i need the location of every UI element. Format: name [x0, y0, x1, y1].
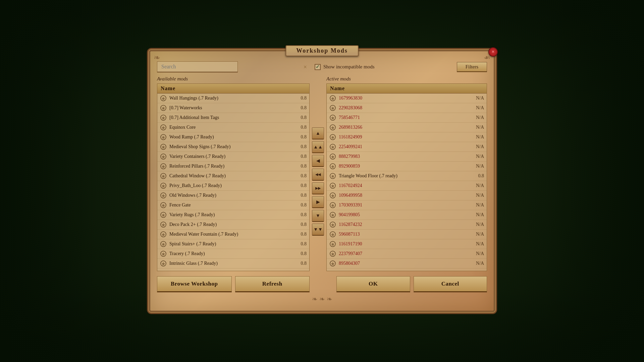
incompatible-checkbox-wrapper: ✓ Show incompatible mods: [315, 64, 375, 70]
item-version: N/A: [476, 144, 484, 149]
show-incompatible-checkbox[interactable]: ✓: [315, 64, 321, 70]
item-name: Intrinsic Glass (.7 Ready): [169, 261, 299, 266]
item-name: 1167024924: [339, 183, 474, 188]
list-item[interactable]: Variety Rugs (.7 Ready) 0.8: [157, 210, 309, 220]
item-name: 895804307: [339, 261, 474, 266]
move-all-right-button[interactable]: ▶▶: [312, 182, 324, 194]
active-mods-list-container: Name 1679963830 N/A 2290283068 N/A: [326, 83, 487, 271]
move-down-fast-button[interactable]: ▼▼: [312, 224, 324, 236]
list-item[interactable]: 1161917190 N/A: [327, 239, 487, 249]
list-item[interactable]: 2237997407 N/A: [327, 249, 487, 259]
top-controls: × ✓ Show incompatible mods Filters: [157, 61, 487, 72]
steam-icon: [160, 153, 167, 160]
search-clear-icon[interactable]: ×: [304, 63, 307, 70]
item-name: 1679963830: [339, 96, 474, 101]
active-mods-list[interactable]: 1679963830 N/A 2290283068 N/A 758546771 …: [327, 94, 487, 269]
move-up-button[interactable]: ▲: [312, 127, 324, 139]
list-item[interactable]: Archway Intersections (.7 Ready) 0.8: [157, 268, 309, 269]
available-mods-header: Name: [157, 84, 309, 94]
list-item[interactable]: Triangle Wood Floor (.7 ready) 0.8: [327, 171, 487, 181]
list-item[interactable]: 1167024924 N/A: [327, 181, 487, 191]
steam-icon: [160, 231, 167, 238]
item-version: 0.8: [301, 125, 307, 130]
item-name: 1096499958: [339, 193, 474, 198]
list-item[interactable]: 2689813266 N/A: [327, 123, 487, 132]
steam-icon: [329, 192, 336, 199]
list-item[interactable]: 2254099241 N/A: [327, 142, 487, 152]
active-mods-label-wrapper: Active mods: [326, 76, 487, 82]
list-item[interactable]: Reinforced Pillars (.7 Ready) 0.8: [157, 162, 309, 171]
available-mods-list-container: Name Wall Hangings (.7 Ready) 0.8 [0.7] …: [157, 83, 310, 271]
list-item[interactable]: Medieval Water Fountain (.7 Ready) 0.8: [157, 230, 309, 239]
item-version: N/A: [476, 105, 484, 111]
list-item[interactable]: Fence Gate 0.8: [157, 200, 309, 210]
item-name: 1162874232: [339, 222, 474, 227]
steam-icon: [329, 153, 336, 160]
available-mods-list[interactable]: Wall Hangings (.7 Ready) 0.8 [0.7] Water…: [157, 94, 309, 269]
item-name: Spiral Stairs+ (.7 Ready): [169, 241, 299, 247]
steam-icon: [329, 212, 336, 218]
list-item[interactable]: Medieval Shop Signs (.7 Ready) 0.8: [157, 142, 309, 152]
list-item[interactable]: Equinox Core 0.8: [157, 123, 309, 132]
list-item[interactable]: 904199805 N/A: [327, 210, 487, 220]
item-name: 2290283068: [339, 105, 474, 111]
list-item[interactable]: 895804307 N/A: [327, 259, 487, 268]
ok-button[interactable]: OK: [336, 276, 410, 292]
list-item[interactable]: Spiral Stairs+ (.7 Ready) 0.8: [157, 239, 309, 249]
move-right-button[interactable]: ▶: [312, 196, 324, 208]
steam-icon: [160, 202, 167, 208]
item-name: 596087113: [339, 232, 474, 237]
steam-icon: [160, 192, 167, 199]
list-item[interactable]: Old Windows (.7 Ready) 0.8: [157, 191, 309, 200]
steam-icon: [329, 114, 336, 121]
item-version: 0.8: [301, 193, 307, 198]
item-version: N/A: [476, 261, 484, 266]
filters-button[interactable]: Filters: [457, 62, 487, 72]
steam-icon: [160, 134, 167, 140]
move-left-button[interactable]: ◀: [312, 155, 324, 167]
list-item[interactable]: 892900859 N/A: [327, 162, 487, 171]
list-item[interactable]: [0.7] Additional Item Tags 0.8: [157, 113, 309, 123]
list-item[interactable]: Deco Pack 2+ (.7 Ready) 0.8: [157, 220, 309, 230]
item-version: N/A: [476, 115, 484, 120]
close-button[interactable]: ×: [488, 47, 498, 57]
steam-icon: [160, 221, 167, 228]
list-item[interactable]: 897219675 N/A: [327, 268, 487, 269]
item-name: Triangle Wood Floor (.7 ready): [339, 173, 477, 179]
list-item[interactable]: 888279983 N/A: [327, 152, 487, 162]
browse-workshop-button[interactable]: Browse Workshop: [157, 276, 232, 292]
checkbox-check-icon: ✓: [316, 64, 320, 70]
search-input[interactable]: [157, 61, 238, 72]
list-item[interactable]: [0.7] Waterworks 0.8: [157, 103, 309, 113]
list-item[interactable]: Tracery (.7 Ready) 0.8: [157, 249, 309, 259]
list-item[interactable]: Wall Hangings (.7 Ready) 0.8: [157, 94, 309, 103]
item-name: Old Windows (.7 Ready): [169, 193, 299, 198]
steam-icon: [160, 163, 167, 170]
list-item[interactable]: 1162874232 N/A: [327, 220, 487, 230]
list-item[interactable]: 596087113 N/A: [327, 230, 487, 239]
move-down-button[interactable]: ▼: [312, 210, 324, 222]
item-version: N/A: [476, 154, 484, 159]
list-item[interactable]: 1679963830 N/A: [327, 94, 487, 103]
list-item[interactable]: 2290283068 N/A: [327, 103, 487, 113]
item-version: N/A: [476, 134, 484, 140]
list-item[interactable]: 1096499958 N/A: [327, 191, 487, 200]
list-item[interactable]: Cathedral Window (.7 Ready) 0.8: [157, 171, 309, 181]
decorative-bottom: ❧ ❧ ❧: [157, 295, 487, 303]
item-version: N/A: [476, 164, 484, 169]
list-item[interactable]: Privy_Bath_Loo (.7 Ready) 0.8: [157, 181, 309, 191]
panels-container: Name Wall Hangings (.7 Ready) 0.8 [0.7] …: [157, 83, 487, 271]
list-item[interactable]: 758546771 N/A: [327, 113, 487, 123]
list-item[interactable]: Intrinsic Glass (.7 Ready) 0.8: [157, 259, 309, 268]
move-up-fast-button[interactable]: ▲▲: [312, 141, 324, 153]
middle-controls: ▲ ▲▲ ◀ ◀◀ ▶▶ ▶ ▼ ▼▼: [310, 92, 326, 271]
list-item[interactable]: Variety Containers (.7 Ready) 0.8: [157, 152, 309, 162]
steam-icon: [160, 95, 167, 102]
list-item[interactable]: Wood Ramp (.7 Ready) 0.8: [157, 132, 309, 142]
cancel-button[interactable]: Cancel: [414, 276, 487, 292]
list-item[interactable]: 1703093391 N/A: [327, 200, 487, 210]
list-item[interactable]: 1161824909 N/A: [327, 132, 487, 142]
move-all-left-button[interactable]: ◀◀: [312, 169, 324, 181]
item-name: Deco Pack 2+ (.7 Ready): [169, 222, 299, 227]
refresh-button[interactable]: Refresh: [235, 276, 310, 292]
